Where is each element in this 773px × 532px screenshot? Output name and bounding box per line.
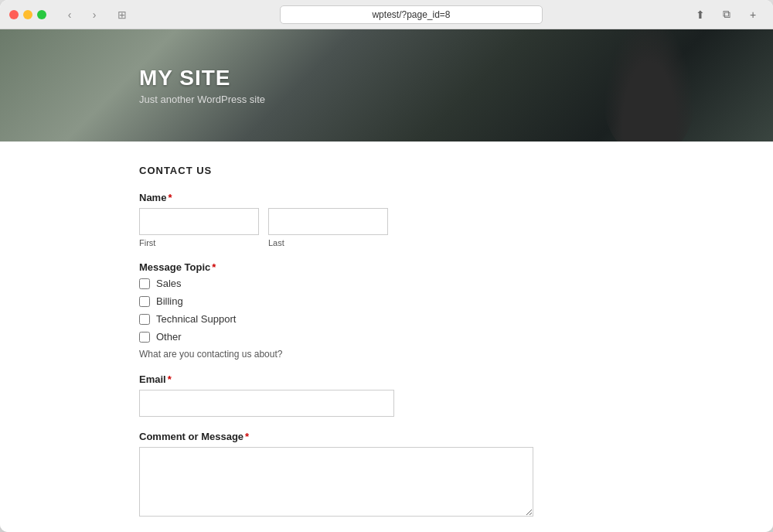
tab-overview-button[interactable]: ⊞ bbox=[111, 6, 133, 23]
message-topic-label: Message Topic* bbox=[139, 261, 634, 273]
last-name-input[interactable] bbox=[268, 208, 388, 235]
name-fields: First Last bbox=[139, 208, 634, 247]
name-required-star: * bbox=[168, 192, 172, 203]
last-name-wrap: Last bbox=[268, 208, 388, 247]
nav-buttons: ‹ › bbox=[59, 6, 105, 23]
url-input[interactable] bbox=[280, 5, 543, 24]
browser-titlebar: ‹ › ⊞ ⬆ ⧉ + bbox=[0, 0, 773, 29]
checkbox-sales-input[interactable] bbox=[139, 278, 150, 289]
comment-field-group: Comment or Message* bbox=[139, 431, 634, 520]
message-topic-field-group: Message Topic* Sales Billing Technical S… bbox=[139, 261, 634, 360]
first-name-wrap: First bbox=[139, 208, 259, 247]
comment-textarea[interactable] bbox=[139, 447, 533, 517]
minimize-button[interactable] bbox=[23, 10, 32, 19]
topic-hint: What are you contacting us about? bbox=[139, 349, 634, 360]
main-content: CONTACT US Name* First Last bbox=[0, 142, 773, 532]
close-button[interactable] bbox=[9, 10, 19, 19]
checkbox-other-label: Other bbox=[156, 331, 182, 343]
browser-window: ‹ › ⊞ ⬆ ⧉ + MY SITE Just another WordPre… bbox=[0, 0, 773, 532]
comment-required-star: * bbox=[245, 431, 249, 442]
back-button[interactable]: ‹ bbox=[59, 6, 80, 23]
header-text: MY SITE Just another WordPress site bbox=[139, 66, 265, 105]
site-header: MY SITE Just another WordPress site bbox=[0, 29, 773, 142]
checkbox-billing-label: Billing bbox=[156, 295, 183, 307]
forward-button[interactable]: › bbox=[83, 6, 105, 23]
email-input[interactable] bbox=[139, 390, 394, 417]
checkbox-technical-support-label: Technical Support bbox=[156, 313, 236, 325]
page-content: MY SITE Just another WordPress site CONT… bbox=[0, 29, 773, 532]
address-bar bbox=[186, 5, 637, 24]
checkbox-technical-support[interactable]: Technical Support bbox=[139, 313, 634, 325]
site-title: MY SITE bbox=[139, 66, 265, 90]
email-required-star: * bbox=[168, 373, 172, 385]
share-button[interactable]: ⬆ bbox=[690, 6, 711, 23]
comment-label: Comment or Message* bbox=[139, 431, 634, 442]
checkbox-other[interactable]: Other bbox=[139, 331, 634, 343]
last-name-label: Last bbox=[268, 238, 388, 247]
checkbox-billing[interactable]: Billing bbox=[139, 295, 634, 307]
checkbox-other-input[interactable] bbox=[139, 332, 150, 343]
checkbox-sales[interactable]: Sales bbox=[139, 278, 634, 289]
email-label: Email* bbox=[139, 373, 634, 385]
maximize-button[interactable] bbox=[37, 10, 46, 19]
site-tagline: Just another WordPress site bbox=[139, 94, 265, 105]
new-tab-button[interactable]: + bbox=[742, 6, 764, 23]
checkbox-billing-input[interactable] bbox=[139, 296, 150, 307]
name-label: Name* bbox=[139, 192, 634, 203]
first-name-label: First bbox=[139, 238, 259, 247]
topic-required-star: * bbox=[212, 261, 216, 273]
traffic-lights bbox=[9, 10, 46, 19]
browser-actions: ⬆ ⧉ + bbox=[690, 6, 764, 23]
checkbox-technical-support-input[interactable] bbox=[139, 314, 150, 325]
new-window-button[interactable]: ⧉ bbox=[716, 6, 737, 23]
checkbox-sales-label: Sales bbox=[156, 278, 182, 289]
email-field-group: Email* bbox=[139, 373, 634, 417]
checkbox-group: Sales Billing Technical Support Other bbox=[139, 278, 634, 343]
name-field-group: Name* First Last bbox=[139, 192, 634, 247]
first-name-input[interactable] bbox=[139, 208, 259, 235]
form-section-title: CONTACT US bbox=[139, 165, 634, 176]
